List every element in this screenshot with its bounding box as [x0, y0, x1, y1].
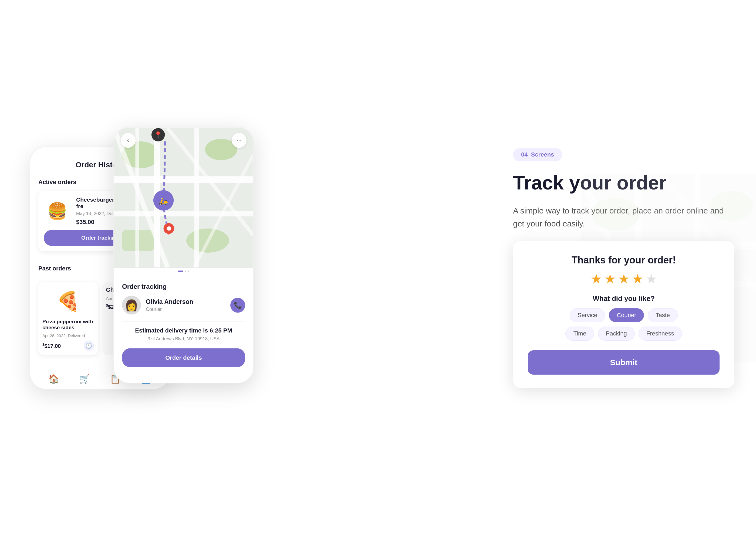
thanks-card: Thanks for your order! ★ ★ ★ ★ ★ What di… [513, 241, 735, 388]
star-4[interactable]: ★ [632, 271, 643, 286]
scroll-indicator [114, 268, 253, 275]
star-1[interactable]: ★ [591, 271, 602, 286]
past-order-1-date: Apr 28, 2022, Delivered [42, 333, 94, 338]
burger-emoji: 🍔 [44, 199, 71, 223]
courier-name: Olivia Anderson [146, 298, 225, 306]
tag-packing[interactable]: Packing [598, 326, 635, 341]
star-2[interactable]: ★ [604, 271, 616, 286]
eta-label: Estimated delivery time is 6:25 PM [122, 327, 245, 334]
svg-text:🛵: 🛵 [159, 196, 168, 205]
submit-button[interactable]: Submit [528, 350, 720, 375]
stars-rating: ★ ★ ★ ★ ★ [528, 271, 720, 286]
reorder-button[interactable]: 🕐 [84, 341, 94, 351]
past-order-1-name: Pizza pepperoni with cheese sides [42, 319, 94, 331]
svg-point-19 [167, 226, 171, 231]
back-button[interactable]: ‹ [121, 133, 136, 148]
badge: 04_Screens [513, 148, 735, 161]
map-area: 📍 🛵 ‹ ··· [114, 128, 253, 268]
phone-tracking: 📍 🛵 ‹ ··· [114, 127, 254, 384]
courier-info: Olivia Anderson Courier [146, 298, 225, 312]
tag-taste[interactable]: Taste [648, 308, 678, 322]
map-header: ‹ ··· [114, 133, 253, 148]
tags-row-2: Time Packing Freshness [528, 326, 720, 341]
past-order-1-price: $$17.00 [42, 343, 61, 349]
tag-service[interactable]: Service [570, 308, 605, 322]
more-menu-button[interactable]: ··· [232, 133, 247, 148]
past-order-card-1: 🍕 Pizza pepperoni with cheese sides Apr … [38, 282, 98, 355]
tag-time[interactable]: Time [566, 326, 594, 341]
star-5[interactable]: ★ [645, 271, 657, 286]
call-button[interactable]: 📞 [230, 298, 245, 313]
tags-row-1: Service Courier Taste [528, 308, 720, 322]
svg-rect-8 [194, 128, 199, 267]
pizza-emoji: 🍕 [42, 286, 94, 316]
home-nav-icon[interactable]: 🏠 [48, 374, 59, 384]
page-description: A simple way to track your order, place … [513, 204, 735, 230]
tag-courier[interactable]: Courier [609, 308, 644, 322]
scroll-dot-2 [185, 271, 186, 272]
badge-label: 04_Screens [513, 148, 562, 161]
tracking-title: Order tracking [122, 283, 245, 290]
tag-freshness[interactable]: Freshness [638, 326, 682, 341]
tracking-card: Order tracking 👩 Olivia Anderson Courier… [114, 275, 253, 377]
courier-avatar: 👩 [122, 296, 141, 315]
star-3[interactable]: ★ [618, 271, 630, 286]
past-orders-label: Past orders [38, 265, 71, 272]
courier-role: Courier [146, 307, 225, 312]
courier-row: 👩 Olivia Anderson Courier 📞 [122, 296, 245, 315]
scroll-dot-1 [178, 271, 183, 272]
page-title: Track your order [513, 172, 735, 193]
thanks-title: Thanks for your order! [528, 254, 720, 266]
like-question: What did you like? [528, 294, 720, 303]
scroll-dot-3 [188, 271, 189, 272]
delivery-address: 3 st Andrews Blvd, NY, 10918, USA [122, 336, 245, 342]
divider-2 [122, 321, 245, 322]
info-section: 04_Screens Track your order A simple way… [491, 148, 735, 388]
cart-nav-icon[interactable]: 🛒 [79, 374, 90, 384]
order-details-button[interactable]: Order details [122, 349, 245, 367]
phones-section: Order History Active orders 🍔 Cheeseburg… [21, 0, 491, 536]
